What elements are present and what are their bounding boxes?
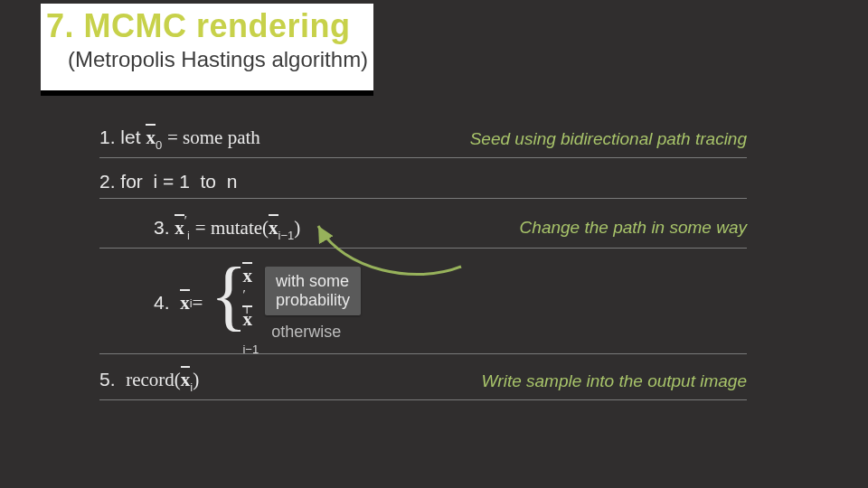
step-2-to: to [201, 171, 217, 192]
step-2-n: n [227, 171, 238, 192]
algorithm-body: 1. let x0 = some path Seed using bidirec… [99, 127, 747, 400]
case2-x: x [242, 308, 252, 331]
mutate-arg: x [269, 217, 278, 239]
mutate-fn: mutate [211, 217, 262, 239]
record-arg: x [181, 369, 191, 391]
step-1: 1. let x0 = some path Seed using bidirec… [99, 127, 747, 152]
step-3-note: Change the path in some way [520, 218, 747, 238]
step-1-rhs: some path [183, 127, 260, 148]
step-3: 3. x′i = mutate(xi−1) Change the path in… [99, 213, 747, 242]
xi-prime: x [175, 217, 184, 239]
step-3-num: 3. [154, 217, 170, 238]
step-5-note: Write sample into the output image [481, 371, 747, 391]
x0-var: x [146, 127, 156, 149]
case-reject: xi−1 otherwise [242, 308, 341, 356]
xi-prime-sub: i [187, 229, 190, 242]
x0-sub: 0 [156, 138, 162, 152]
divider [99, 157, 747, 158]
mutate-arg-sub: i−1 [278, 229, 295, 242]
otherwise-label: otherwise [271, 323, 341, 342]
step-2-for: for [120, 171, 143, 192]
step-5-num: 5. [99, 369, 116, 389]
title-block: 7. MCMC rendering (Metropolis Hastings a… [41, 4, 373, 96]
slide-subtitle: (Metropolis Hastings algorithm) [68, 47, 368, 72]
divider [99, 399, 747, 400]
step-3-eq: = [195, 217, 211, 239]
step-4: 4. xi = { x′i with some probability xi−1… [99, 258, 747, 348]
record-fn: record [126, 369, 175, 390]
case1-prime: ′ [242, 287, 245, 302]
xi-prime-mark: ′ [184, 213, 187, 228]
case1-x: x [242, 265, 252, 287]
step-4-eq: = [193, 292, 203, 314]
divider [99, 198, 747, 199]
step-2: 2. for i = 1 to n [99, 171, 747, 192]
divider [99, 353, 747, 354]
step-1-num: 1. [99, 127, 116, 147]
step-2-num: 2. [99, 171, 116, 192]
slide-title: 7. MCMC rendering [46, 5, 368, 45]
slide: 7. MCMC rendering (Metropolis Hastings a… [0, 0, 868, 488]
case2-sub: i−1 [242, 343, 259, 356]
step-1-note: Seed using bidirectional path tracing [470, 129, 747, 149]
step-1-let: let [120, 127, 140, 147]
step-1-eq: = [167, 127, 183, 148]
step-5: 5. record(xi) Write sample into the outp… [99, 369, 747, 394]
step-2-var: i = 1 [154, 171, 190, 192]
step-4-num: 4. [154, 292, 170, 314]
xi-lhs: x [180, 292, 190, 314]
divider [99, 248, 747, 249]
